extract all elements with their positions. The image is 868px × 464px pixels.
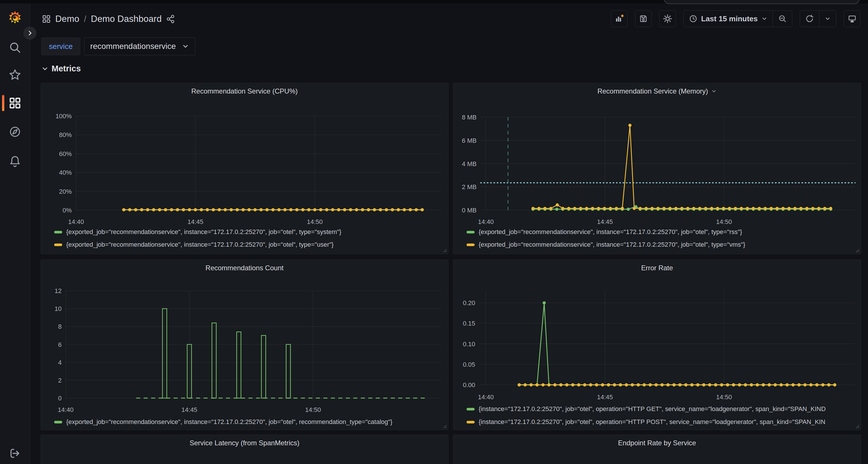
svg-text:12: 12 — [55, 287, 62, 294]
time-controls: Last 15 minutes — [683, 10, 792, 27]
refresh-interval-dropdown[interactable] — [819, 11, 836, 27]
svg-text:14:40: 14:40 — [478, 218, 494, 225]
sidebar — [0, 0, 30, 464]
svg-text:0.05: 0.05 — [463, 361, 475, 368]
zoom-out-icon — [778, 14, 787, 23]
legend-swatch — [467, 408, 475, 410]
legend-label: {instance="172.17.0.2:25270", job="otel"… — [478, 405, 826, 413]
time-range-label: Last 15 minutes — [701, 14, 758, 23]
service-variable-select[interactable]: recommendationservice — [84, 37, 195, 55]
legend-label: {instance="172.17.0.2:25270", job="otel"… — [478, 418, 826, 426]
legend-item[interactable]: {instance="172.17.0.2:25270", job="otel"… — [467, 404, 859, 414]
dashboard-toolbar: Last 15 minutes — [611, 10, 861, 27]
browser-overlay-pill — [663, 0, 860, 4]
breadcrumb: Demo / Demo Dashboard — [41, 13, 175, 25]
svg-text:10: 10 — [55, 305, 62, 312]
variable-label-text: service — [49, 42, 72, 51]
svg-text:100%: 100% — [56, 112, 72, 120]
svg-text:14:45: 14:45 — [187, 218, 203, 225]
svg-text:14:40: 14:40 — [58, 406, 73, 413]
legend-label: {exported_job="recommendationservice", i… — [478, 228, 742, 236]
refresh-button[interactable] — [800, 11, 819, 27]
svg-text:14:45: 14:45 — [597, 394, 613, 401]
time-range-picker[interactable]: Last 15 minutes — [684, 11, 773, 27]
legend-item[interactable]: {instance="172.17.0.2:25270", job="otel"… — [467, 417, 859, 427]
svg-text:0: 0 — [58, 395, 62, 402]
svg-text:4: 4 — [58, 359, 62, 366]
svg-text:6: 6 — [58, 341, 62, 348]
alerting-bell-icon[interactable] — [9, 155, 21, 168]
monitor-icon — [847, 14, 857, 23]
svg-text:60%: 60% — [59, 150, 72, 158]
panel-recommendations-count: Recommendations Count 02468101214:4014:4… — [41, 260, 448, 430]
legend-swatch — [467, 243, 475, 246]
legend-label: {exported_job="recommendationservice", i… — [66, 418, 393, 426]
variable-label: service — [41, 37, 80, 55]
svg-text:80%: 80% — [59, 131, 72, 138]
svg-text:2: 2 — [58, 377, 62, 384]
kiosk-mode-button[interactable] — [844, 10, 861, 27]
dashboards-icon[interactable] — [9, 97, 21, 109]
breadcrumb-section[interactable]: Demo — [55, 14, 80, 24]
svg-text:0.00: 0.00 — [463, 382, 475, 389]
clock-icon — [689, 14, 698, 23]
add-panel-button[interactable] — [611, 10, 627, 27]
panel-error-rate: Error Rate 0.000.050.100.150.2014:4014:4… — [453, 260, 861, 430]
svg-text:0.15: 0.15 — [463, 320, 475, 327]
share-icon[interactable] — [165, 14, 175, 24]
legend-swatch — [54, 243, 62, 246]
sidebar-active-indicator — [2, 95, 4, 111]
legend-swatch — [54, 421, 62, 423]
breadcrumb-separator: / — [84, 14, 87, 24]
explore-compass-icon[interactable] — [9, 126, 21, 138]
legend-swatch — [467, 421, 475, 423]
svg-text:0%: 0% — [62, 207, 72, 214]
svg-text:20%: 20% — [59, 188, 72, 195]
legend-swatch — [54, 231, 62, 233]
svg-text:14:50: 14:50 — [305, 406, 321, 413]
dashboard-grid-icon — [41, 14, 51, 24]
panel-title[interactable]: Service Latency (from SpanMetrics) — [41, 439, 448, 447]
svg-text:8 MB: 8 MB — [462, 114, 476, 121]
chevron-down-icon — [182, 43, 189, 50]
svg-text:0 MB: 0 MB — [462, 207, 476, 214]
sidebar-expand-button[interactable] — [24, 27, 36, 39]
breadcrumb-page[interactable]: Demo Dashboard — [91, 14, 162, 24]
section-title: Metrics — [52, 64, 81, 73]
legend-item[interactable]: {exported_job="recommendationservice", i… — [54, 227, 446, 237]
svg-text:6 MB: 6 MB — [462, 137, 476, 144]
chevron-down-icon — [41, 65, 49, 72]
legend-item[interactable]: {exported_job="recommendationservice", i… — [467, 227, 859, 237]
svg-text:14:45: 14:45 — [597, 218, 613, 225]
metrics-row-header[interactable]: Metrics — [41, 64, 81, 73]
legend-item[interactable]: {exported_job="recommendationservice", i… — [54, 240, 446, 250]
recommendations-count-chart[interactable]: 02468101214:4014:4514:50 — [41, 260, 448, 430]
svg-text:40%: 40% — [59, 169, 72, 176]
save-dashboard-button[interactable] — [635, 10, 652, 27]
svg-text:14:40: 14:40 — [478, 394, 494, 401]
dashboard-settings-button[interactable] — [659, 10, 676, 27]
refresh-controls — [800, 10, 836, 27]
legend-item[interactable]: {exported_job="recommendationservice", i… — [467, 240, 859, 250]
panel-title[interactable]: Endpoint Rate by Service — [453, 439, 861, 447]
refresh-icon — [805, 14, 814, 23]
grafana-logo[interactable] — [7, 10, 23, 27]
chevron-right-icon — [27, 30, 33, 36]
legend-label: {exported_job="recommendationservice", i… — [478, 241, 745, 248]
svg-text:14:45: 14:45 — [181, 406, 197, 413]
panel-endpoint-rate: Endpoint Rate by Service — [453, 435, 861, 464]
service-variable-value: recommendationservice — [90, 42, 176, 51]
legend-label: {exported_job="recommendationservice", i… — [66, 241, 334, 248]
svg-text:0.20: 0.20 — [463, 299, 475, 306]
sign-in-icon[interactable] — [9, 447, 21, 460]
svg-text:2 MB: 2 MB — [462, 184, 476, 191]
svg-text:14:50: 14:50 — [716, 218, 732, 225]
legend-item[interactable]: {exported_job="recommendationservice", i… — [54, 417, 446, 427]
svg-text:14:50: 14:50 — [716, 394, 732, 401]
search-icon[interactable] — [9, 41, 21, 54]
svg-text:14:50: 14:50 — [307, 218, 322, 225]
star-icon[interactable] — [9, 68, 21, 81]
panel-service-latency: Service Latency (from SpanMetrics) — [41, 435, 448, 464]
panel-memory: Recommendation Service (Memory) 0 MB2 MB… — [453, 83, 861, 254]
zoom-out-time-button[interactable] — [773, 11, 792, 27]
